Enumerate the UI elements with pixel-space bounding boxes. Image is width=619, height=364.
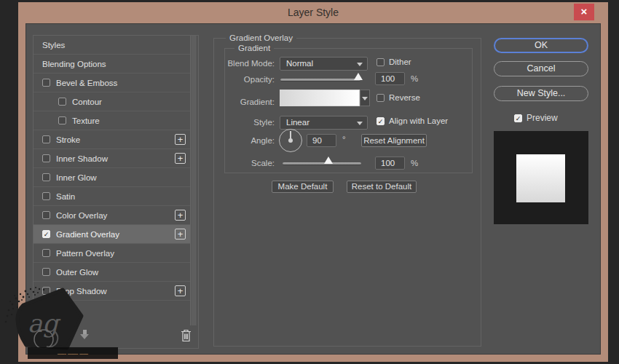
fx-icon[interactable]: fx. xyxy=(41,328,54,339)
opacity-unit: % xyxy=(411,74,418,83)
effect-checkbox[interactable] xyxy=(42,192,50,200)
move-effect-down-icon[interactable] xyxy=(79,330,90,339)
effect-checkbox[interactable] xyxy=(42,79,50,87)
preview-label: Preview xyxy=(527,113,558,123)
reset-to-default-button[interactable]: Reset to Default xyxy=(347,181,417,193)
chevron-down-icon xyxy=(357,63,363,69)
opacity-input[interactable]: 100 xyxy=(375,72,405,85)
add-effect-icon[interactable]: + xyxy=(175,229,186,240)
sidebar-item-label: Contour xyxy=(72,98,102,106)
effect-checkbox[interactable] xyxy=(42,154,50,162)
style-dropdown[interactable]: Linear xyxy=(280,116,368,130)
style-label: Style: xyxy=(194,118,275,127)
angle-input[interactable]: 90 xyxy=(307,134,336,147)
effect-checkbox[interactable] xyxy=(42,211,50,219)
sidebar-item-drop-shadow[interactable]: Drop Shadow+ xyxy=(33,282,190,301)
title-bar: Layer Style × xyxy=(18,2,608,23)
dither-checkbox-box[interactable] xyxy=(376,58,385,66)
sidebar-item-label: Bevel & Emboss xyxy=(56,79,117,87)
effects-toolbar: fx. xyxy=(33,324,198,348)
add-effect-icon[interactable]: + xyxy=(175,285,186,296)
ok-button[interactable]: OK xyxy=(494,38,588,53)
opacity-label: Opacity: xyxy=(194,75,275,84)
watermark-caption: ـــــ ــــــ ـــــ xyxy=(28,347,118,359)
angle-center-dot xyxy=(288,138,293,143)
sidebar-item-label: Pattern Overlay xyxy=(56,249,114,258)
move-effect-up-icon[interactable] xyxy=(60,330,70,339)
subgroup-title: Gradient xyxy=(234,44,274,53)
add-effect-icon[interactable]: + xyxy=(175,210,186,221)
add-effect-icon[interactable]: + xyxy=(175,153,186,164)
new-style-button[interactable]: New Style... xyxy=(494,86,588,101)
preview-gradient-square xyxy=(516,154,565,202)
effect-checkbox[interactable] xyxy=(42,135,50,143)
sidebar-item-gradient-overlay[interactable]: ✓Gradient Overlay+ xyxy=(33,225,190,244)
opacity-slider[interactable] xyxy=(280,79,360,82)
cancel-button[interactable]: Cancel xyxy=(494,61,588,76)
sidebar-item-color-overlay[interactable]: Color Overlay+ xyxy=(33,206,190,225)
effect-checkbox[interactable] xyxy=(58,116,66,124)
effect-checkbox[interactable] xyxy=(58,98,66,106)
sidebar-item-inner-glow[interactable]: Inner Glow xyxy=(33,168,190,187)
angle-unit: ° xyxy=(342,135,346,143)
sidebar-item-contour[interactable]: Contour xyxy=(33,92,190,111)
sidebar-item-label: Drop Shadow xyxy=(56,287,107,296)
sidebar-item-outer-glow[interactable]: Outer Glow xyxy=(33,263,190,282)
angle-label: Angle: xyxy=(194,136,275,145)
sidebar-item-label: Satin xyxy=(56,192,75,201)
layer-style-dialog: StylesBlending OptionsBevel & EmbossCont… xyxy=(25,23,601,355)
sidebar-item-label: Inner Shadow xyxy=(56,154,108,163)
effect-checkbox[interactable] xyxy=(42,287,50,295)
reverse-checkbox-box[interactable] xyxy=(376,94,385,102)
blend-mode-dropdown[interactable]: Normal xyxy=(280,57,368,71)
scale-slider-thumb[interactable] xyxy=(324,157,333,164)
blend-mode-label: Blend Mode: xyxy=(194,59,275,68)
sidebar-item-label: Styles xyxy=(42,41,65,50)
close-button[interactable]: × xyxy=(574,4,594,20)
dither-checkbox[interactable]: Dither xyxy=(376,58,411,66)
align-label: Align with Layer xyxy=(389,116,448,125)
opacity-slider-thumb[interactable] xyxy=(354,73,363,80)
sidebar-item-stroke[interactable]: Stroke+ xyxy=(33,130,190,149)
angle-dial[interactable] xyxy=(279,129,302,152)
effect-checkbox[interactable] xyxy=(42,268,50,276)
blend-mode-value: Normal xyxy=(286,59,313,68)
chevron-down-icon xyxy=(362,97,368,103)
sidebar-item-blending-options[interactable]: Blending Options xyxy=(33,55,190,74)
preview-checkbox[interactable]: ✓ Preview xyxy=(514,113,558,123)
sidebar-item-texture[interactable]: Texture xyxy=(33,111,190,130)
sidebar-item-inner-shadow[interactable]: Inner Shadow+ xyxy=(33,149,190,168)
sidebar-item-pattern-overlay[interactable]: Pattern Overlay xyxy=(33,244,190,263)
make-default-button[interactable]: Make Default xyxy=(272,181,334,193)
delete-effect-icon[interactable] xyxy=(181,329,192,345)
sidebar-item-label: Blending Options xyxy=(42,60,106,68)
align-checkbox-box[interactable]: ✓ xyxy=(376,117,385,125)
preview-checkbox-box[interactable]: ✓ xyxy=(514,114,522,122)
styles-list: StylesBlending OptionsBevel & EmbossCont… xyxy=(33,36,190,301)
layer-style-window: Layer Style × StylesBlending OptionsBeve… xyxy=(18,2,608,362)
reverse-checkbox[interactable]: Reverse xyxy=(376,93,420,102)
sidebar-item-styles[interactable]: Styles xyxy=(33,36,190,55)
gradient-label: Gradient: xyxy=(194,98,275,106)
reverse-label: Reverse xyxy=(389,93,420,102)
scale-label: Scale: xyxy=(194,159,275,167)
align-with-layer-checkbox[interactable]: ✓ Align with Layer xyxy=(376,116,448,125)
effect-checkbox[interactable]: ✓ xyxy=(42,230,50,238)
scale-input[interactable]: 100 xyxy=(375,157,405,170)
gradient-picker-button[interactable] xyxy=(360,90,370,106)
sidebar-item-label: Texture xyxy=(72,116,100,125)
scale-slider[interactable] xyxy=(283,162,361,165)
sidebar-item-label: Color Overlay xyxy=(56,211,107,220)
effect-checkbox[interactable] xyxy=(42,249,50,257)
style-value: Linear xyxy=(286,118,310,127)
styles-sidebar: StylesBlending OptionsBevel & EmbossCont… xyxy=(33,35,199,349)
group-title: Gradient Overlay xyxy=(226,33,296,43)
reset-alignment-button[interactable]: Reset Alignment xyxy=(361,134,427,147)
scale-unit: % xyxy=(411,159,418,167)
sidebar-item-label: Outer Glow xyxy=(56,268,98,277)
sidebar-item-satin[interactable]: Satin xyxy=(33,187,190,206)
add-effect-icon[interactable]: + xyxy=(175,134,186,145)
sidebar-item-bevel-emboss[interactable]: Bevel & Emboss xyxy=(33,74,190,92)
gradient-swatch[interactable] xyxy=(280,90,360,106)
effect-checkbox[interactable] xyxy=(42,173,50,181)
